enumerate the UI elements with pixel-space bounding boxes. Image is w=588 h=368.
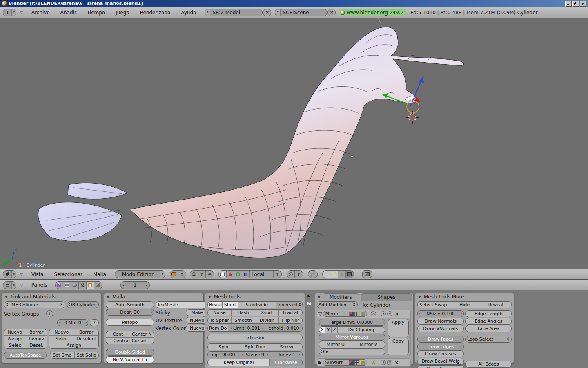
panel-mesh-tools-more[interactable]: ▼ Mesh Tools More Select Swap Hide Revea… [415, 293, 514, 363]
scene-selector[interactable]: ↕ SCE:Scene [275, 9, 327, 16]
modifier-collapse-icon[interactable]: ▽ [318, 311, 322, 316]
modifier-render-toggle[interactable] [349, 360, 354, 365]
modifier-editmode-toggle[interactable] [360, 360, 365, 365]
vgroup-assign-button[interactable]: Assign [4, 336, 26, 342]
panel-collapse-icon[interactable]: ▼ [5, 295, 8, 299]
to-sphere-button[interactable]: To Spher [208, 317, 232, 323]
orientation-dropdown[interactable]: Local [250, 271, 274, 278]
reveal-button[interactable]: Reveal [480, 302, 511, 308]
vgroup-delete-button[interactable]: Borrar [26, 329, 47, 335]
panel-malla[interactable]: ▼ Malla Auto Smooth ‹ Degr: 30 › Retopo … [103, 293, 203, 363]
occlude-geometry-button[interactable] [346, 271, 354, 278]
modifier-name-field[interactable]: Subsurf [323, 359, 367, 366]
fake-user-button[interactable]: F [58, 302, 65, 308]
collapsed-panel-tab[interactable]: ▶ M [305, 293, 313, 366]
vgroup-select-button[interactable]: Selec [4, 342, 26, 348]
degr-increment-icon[interactable]: › [150, 309, 154, 315]
panels-menu[interactable]: Panels [26, 282, 53, 288]
material-index-field[interactable]: 0 Mat 0 [61, 320, 85, 326]
draw-type-dropdown[interactable]: ↕ [170, 270, 186, 278]
modifier-move-down-button[interactable]: ∨ [387, 360, 392, 365]
centre-new-button[interactable]: Center N [130, 331, 154, 337]
merge-limit-field[interactable]: erge Limit: 0.0300 [323, 319, 382, 325]
xsort-button[interactable]: Xsort [255, 310, 279, 316]
collapse-triangle-icon[interactable]: ▽ [20, 283, 23, 287]
no-vnormal-flip-toggle[interactable]: No V.Normal Fli [106, 357, 154, 363]
mirror-u-toggle[interactable]: Mirror U [319, 341, 352, 348]
scene-context-button[interactable] [94, 282, 102, 289]
vgroup-deselect-button[interactable]: Desel. [26, 342, 47, 348]
centre-button[interactable]: Cent [106, 331, 130, 337]
spin-button[interactable]: Spin [208, 344, 239, 350]
subdivide-button[interactable]: Subdivide [238, 302, 276, 308]
frame-counter[interactable]: ◂ 1 ▸ [120, 281, 150, 289]
loop-select-dropdown[interactable]: Loop Select↕ [466, 336, 511, 342]
draw-bevel-weights-toggle[interactable]: Draw Bevel Weig [418, 358, 463, 364]
merge-limit-decrement-icon[interactable]: ‹ [319, 319, 323, 325]
mirror-vgroups-toggle[interactable]: Mirror Vgroups [319, 334, 385, 340]
centre-cursor-button[interactable]: Centrar Cursor [106, 338, 154, 344]
degr-decrement-icon[interactable]: ‹ [106, 309, 109, 315]
mesh-name-field[interactable]: ME:Cylinder [10, 302, 58, 308]
pivot-align-icon[interactable]: ⇹ [206, 271, 214, 278]
steps-field[interactable]: ‹Steps: 9› [239, 352, 271, 358]
pivot-dropdown[interactable]: Ω ↕ ⇹ [190, 270, 214, 278]
turns-field[interactable]: ‹Turns: 1› [271, 352, 302, 358]
screen-selector[interactable]: ↕ SR:2-Model [205, 9, 263, 16]
translate-manipulator-button[interactable] [227, 271, 234, 278]
nsize-decrement-icon[interactable]: ‹ [418, 311, 421, 317]
frame-next-icon[interactable]: ▸ [144, 282, 149, 289]
draw-creases-toggle[interactable]: Draw Creases [418, 351, 463, 357]
all-edges-toggle[interactable]: All Edges [466, 361, 511, 367]
tab-shapes[interactable]: Shapes [361, 293, 412, 301]
scene-delete-button[interactable]: × [327, 9, 336, 16]
face-area-toggle[interactable]: Face Area [466, 325, 511, 332]
rem-doubles-button[interactable]: Rem Do [208, 325, 228, 331]
mesh-browse-icon[interactable]: ↕ [4, 302, 10, 308]
panel-mesh-tools[interactable]: ▼ Mesh Tools Beaut Short Subdivide Inner… [205, 293, 305, 368]
hide-button[interactable]: Hide [449, 302, 481, 308]
extrude-button[interactable]: Extrusion [208, 334, 302, 341]
mirror-object-field[interactable]: Ob: [319, 349, 385, 355]
view3d-window-type-dropdown[interactable]: # ↕ [3, 270, 16, 278]
editing-context-button[interactable] [87, 282, 94, 289]
degr-field[interactable]: Degr: 30 [109, 309, 151, 315]
double-sided-toggle[interactable]: Double Sided [106, 349, 154, 355]
restore-button[interactable] [572, 1, 579, 7]
mirror-axis-x-toggle[interactable]: X [319, 327, 325, 333]
edge-angles-toggle[interactable]: Edge Angles [466, 318, 511, 324]
mirror-v-toggle[interactable]: Mirror V [352, 341, 385, 348]
proportional-edit-dropdown[interactable]: ↕ [287, 270, 303, 278]
menu-renderizado[interactable]: Renderizado [135, 10, 176, 16]
spin-dup-button[interactable]: Spin Dup [239, 344, 271, 350]
modifier-realtime-toggle[interactable] [354, 360, 359, 365]
mat-prev-icon[interactable]: ‹ [58, 320, 61, 326]
mode-dropdown[interactable]: Modo Edicion ↕ [115, 270, 165, 278]
mat-next-icon[interactable]: › [85, 320, 88, 326]
vertex-group-menu-button[interactable]: ↕ [46, 310, 53, 317]
vertex-select-button[interactable] [323, 271, 330, 278]
menu-juego[interactable]: Juego [110, 10, 135, 16]
menu-archivo[interactable]: Archivo [26, 10, 55, 16]
buttons-window-type-dropdown[interactable]: ≡ ↕ [3, 281, 16, 289]
merge-limit-increment-icon[interactable]: › [381, 319, 385, 325]
fractal-button[interactable]: Fractal [279, 310, 302, 316]
hash-button[interactable]: Hash [232, 310, 255, 316]
draw-edges-toggle[interactable]: Draw Edges [418, 343, 463, 350]
viewport-3d[interactable]: z x y (1 ) Cylinder [0, 18, 588, 269]
panel-collapse-icon[interactable]: ▼ [318, 295, 321, 299]
menu-ayuda[interactable]: Ayuda [176, 10, 201, 16]
do-clipping-toggle[interactable]: Do Clipping [338, 327, 385, 333]
modifier-delete-button[interactable]: × [394, 311, 399, 317]
snap-toggle-button[interactable] [308, 270, 318, 278]
script-context-button[interactable] [63, 282, 71, 289]
flip-normals-button[interactable]: Flip Nor [279, 317, 302, 323]
mirror-axis-y-toggle[interactable]: Y [325, 327, 332, 333]
modifier-realtime-toggle[interactable] [354, 312, 359, 316]
panel-collapse-icon[interactable]: ▼ [107, 295, 109, 299]
smooth-button[interactable]: Smooth [232, 317, 255, 323]
menu-seleccionar[interactable]: Seleccionar [49, 272, 88, 277]
shading-context-button[interactable] [71, 282, 79, 289]
render-preview-button[interactable] [362, 270, 372, 278]
add-modifier-dropdown[interactable]: Add Modifier↕ [317, 302, 357, 308]
